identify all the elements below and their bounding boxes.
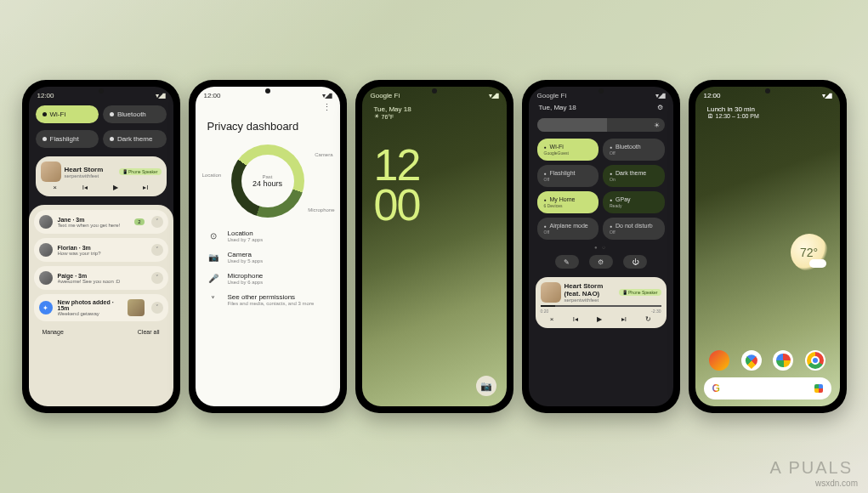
camera-hole bbox=[599, 88, 604, 94]
repeat-icon[interactable]: ↻ bbox=[645, 315, 651, 323]
permission-microphone[interactable]: 🎤MicrophoneUsed by 6 apps bbox=[207, 272, 328, 285]
prev-icon[interactable]: I◂ bbox=[82, 184, 88, 191]
dark-theme-icon bbox=[110, 137, 114, 141]
tile-airplane[interactable]: Airplane modeOff bbox=[537, 218, 599, 240]
app-dock bbox=[704, 350, 831, 371]
maps-icon[interactable] bbox=[741, 350, 762, 371]
chrome-icon[interactable] bbox=[805, 350, 825, 371]
album-art bbox=[41, 162, 61, 182]
media-progress[interactable] bbox=[541, 305, 661, 307]
tile-flashlight[interactable]: FlashlightOff bbox=[537, 165, 599, 187]
album-art bbox=[541, 282, 561, 303]
flashlight-icon bbox=[43, 137, 47, 141]
tile-gpay[interactable]: GPayReady bbox=[603, 191, 665, 213]
chevron-down-icon[interactable]: ˅ bbox=[151, 272, 163, 284]
donut-label-camera: Camera bbox=[315, 152, 332, 157]
lock-screen: Google Fi ▾◢▮ Tue, May 18 ☀76°F 12 00 📷 bbox=[362, 87, 507, 406]
brightness-slider[interactable]: ☀ bbox=[537, 118, 665, 132]
media-artist: serpentwithfeet bbox=[564, 298, 616, 303]
phone-5: 12:00 ▾◢▮ Lunch in 30 min 🗓12:30 – 1:00 … bbox=[689, 80, 847, 413]
shuffle-icon[interactable]: × bbox=[53, 184, 57, 191]
status-icons: ▾◢▮ bbox=[822, 92, 831, 99]
notification-item[interactable]: Jane · 3mText me when you get here! 2 ˅ bbox=[34, 210, 168, 234]
tile-dnd[interactable]: Do not disturbOff bbox=[603, 218, 665, 240]
bluetooth-icon bbox=[110, 112, 114, 116]
flashlight-toggle[interactable]: Flashlight bbox=[36, 130, 99, 148]
weather-widget[interactable]: 72° bbox=[791, 234, 828, 271]
camera-icon: 📷 bbox=[207, 252, 219, 262]
camera-shortcut-button[interactable]: 📷 bbox=[476, 376, 496, 396]
clock-hours: 12 bbox=[374, 145, 495, 185]
clear-all-button[interactable]: Clear all bbox=[138, 329, 160, 335]
microphone-icon: 🎤 bbox=[207, 274, 219, 283]
search-bar[interactable]: G bbox=[704, 377, 831, 400]
wifi-icon bbox=[43, 112, 47, 116]
play-icon[interactable]: ▶ bbox=[113, 184, 118, 191]
permission-camera[interactable]: 📷CameraUsed by 5 apps bbox=[207, 251, 328, 264]
settings-gear-icon[interactable]: ⚙ bbox=[657, 104, 663, 111]
avatar-icon bbox=[39, 215, 53, 229]
notification-item[interactable]: ✦ New photos added · 15mWeekend getaway … bbox=[34, 294, 168, 321]
at-a-glance-title[interactable]: Lunch in 30 min bbox=[695, 102, 840, 113]
notification-item[interactable]: Paige · 3mAwesome! See you soon :D ˅ bbox=[34, 266, 168, 290]
lock-date: Tue, May 18 bbox=[362, 102, 507, 113]
next-icon[interactable]: ▸I bbox=[143, 184, 148, 191]
edit-tiles-button[interactable]: ✎ bbox=[555, 255, 579, 269]
manage-button[interactable]: Manage bbox=[43, 329, 64, 335]
home-screen: 12:00 ▾◢▮ Lunch in 30 min 🗓12:30 – 1:00 … bbox=[695, 87, 840, 406]
camera-hole bbox=[432, 88, 437, 94]
sun-icon: ☀ bbox=[374, 113, 379, 120]
media-player-card[interactable]: Heart Storm serpentwithfeet 📱 Phone Spea… bbox=[36, 156, 167, 196]
quick-settings-expanded-screen: Google Fi ▾◢▮ Tue, May 18⚙ ☀ Wi-FiGoogle… bbox=[529, 87, 673, 406]
status-time: 12:00 bbox=[704, 92, 721, 99]
donut-label-microphone: Microphone bbox=[308, 207, 334, 212]
notification-count-badge: 2 bbox=[134, 218, 144, 225]
privacy-dashboard-screen: 12:00 ▾◢▮ ⋮ Privacy dashboard Location C… bbox=[196, 87, 340, 406]
chevron-down-icon[interactable]: ˅ bbox=[151, 244, 163, 256]
tile-dark-theme[interactable]: Dark themeOn bbox=[603, 165, 665, 187]
gmail-icon[interactable] bbox=[709, 350, 729, 371]
media-player-card[interactable]: Heart Storm (feat. NAO) serpentwithfeet … bbox=[536, 277, 667, 328]
status-icons: ▾◢▮ bbox=[489, 92, 498, 99]
next-icon[interactable]: ▸I bbox=[621, 315, 627, 323]
photos-icon[interactable] bbox=[773, 350, 793, 371]
tile-wifi[interactable]: Wi-FiGoogleGuest bbox=[537, 139, 599, 161]
tile-bluetooth[interactable]: BluetoothOff bbox=[603, 139, 665, 161]
overflow-menu-icon[interactable]: ⋮ bbox=[196, 102, 340, 113]
avatar-icon bbox=[39, 243, 53, 257]
status-icons: ▾◢▮ bbox=[156, 92, 165, 99]
brightness-icon: ☀ bbox=[654, 122, 660, 129]
page-indicator: ● ○ bbox=[529, 243, 673, 252]
quick-settings-row-2: Flashlight Dark theme bbox=[29, 127, 173, 151]
settings-button[interactable]: ⚙ bbox=[589, 255, 613, 269]
prev-icon[interactable]: I◂ bbox=[573, 315, 578, 323]
darktheme-toggle[interactable]: Dark theme bbox=[103, 130, 167, 148]
shuffle-icon[interactable]: × bbox=[550, 315, 554, 323]
quick-settings-row-1: Wi-Fi Bluetooth bbox=[29, 102, 173, 127]
permission-other[interactable]: ˅See other permissionsFiles and media, c… bbox=[207, 293, 328, 306]
media-output-chip[interactable]: 📱 Phone Speaker bbox=[619, 289, 661, 296]
lock-clock: 12 00 bbox=[362, 120, 507, 225]
chevron-down-icon[interactable]: ˅ bbox=[151, 302, 163, 314]
media-output-chip[interactable]: 📱 Phone Speaker bbox=[119, 168, 162, 175]
page-title: Privacy dashboard bbox=[196, 113, 340, 139]
donut-label-location: Location bbox=[202, 173, 222, 178]
chevron-down-icon[interactable]: ˅ bbox=[151, 216, 163, 228]
chevron-down-icon: ˅ bbox=[207, 295, 219, 304]
power-button[interactable]: ⏻ bbox=[623, 255, 647, 269]
media-track-title: Heart Storm (feat. NAO) bbox=[564, 282, 616, 298]
photo-thumbnail bbox=[128, 299, 145, 316]
phone-2: 12:00 ▾◢▮ ⋮ Privacy dashboard Location C… bbox=[189, 80, 347, 413]
voice-search-icon[interactable] bbox=[814, 384, 823, 393]
bluetooth-toggle[interactable]: Bluetooth bbox=[103, 105, 167, 123]
donut-period: 24 hours bbox=[252, 179, 282, 188]
photos-icon: ✦ bbox=[39, 301, 53, 314]
permission-location[interactable]: ⊙LocationUsed by 7 apps bbox=[207, 230, 328, 242]
notification-list: Jane · 3mText me when you get here! 2 ˅ … bbox=[29, 205, 173, 406]
wifi-toggle[interactable]: Wi-Fi bbox=[36, 105, 99, 123]
tile-home[interactable]: My Home6 Devices bbox=[537, 191, 599, 213]
at-a-glance-subtitle: 🗓12:30 – 1:00 PM bbox=[695, 113, 840, 119]
notification-item[interactable]: Florian · 3mHow was your trip? ˅ bbox=[34, 238, 168, 262]
play-icon[interactable]: ▶ bbox=[597, 315, 602, 323]
status-time: 12:00 bbox=[37, 92, 54, 99]
